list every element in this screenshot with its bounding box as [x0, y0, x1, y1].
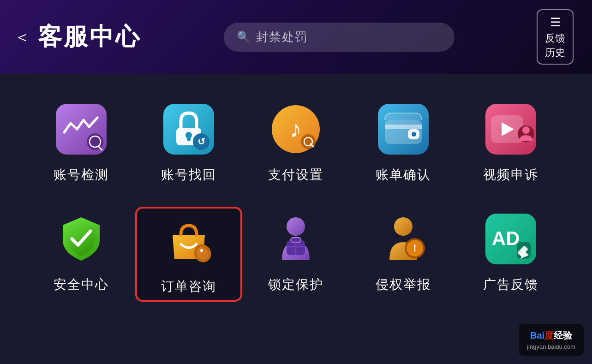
- svg-text:!: !: [413, 242, 416, 254]
- header: ＜ 客服中心 🔍 封禁处罚 ☰ 反馈 历史: [0, 0, 592, 74]
- page-title: 客服中心: [38, 21, 141, 53]
- grid-item-zhifushezhi[interactable]: ♪ 支付设置: [242, 97, 350, 188]
- search-bar[interactable]: 🔍 封禁处罚: [224, 23, 454, 52]
- main-content: 账号检测: [0, 74, 592, 364]
- icon-zhifushezhi: ♪: [268, 101, 323, 157]
- item-label-shipinshensu: 视频申诉: [483, 166, 538, 184]
- grid-item-guanggaofankui[interactable]: AD 广告反馈: [457, 207, 564, 302]
- icon-dingdanzixun: [161, 213, 216, 269]
- item-label-zhanghaojiance: 账号检测: [54, 166, 109, 184]
- search-icon: 🔍: [237, 30, 251, 43]
- svg-point-27: [200, 249, 203, 252]
- icon-suodingbaohu: [268, 211, 323, 267]
- icon-zhanghaozhaozhui: ↺: [161, 101, 216, 157]
- svg-point-33: [394, 217, 413, 236]
- icon-anquanzhongxin: [54, 211, 109, 267]
- svg-text:AD: AD: [491, 227, 520, 249]
- icon-guanggaofankui: AD: [483, 211, 538, 267]
- feedback-button[interactable]: ☰ 反馈 历史: [537, 9, 574, 65]
- item-label-guanggaofankui: 广告反馈: [483, 276, 538, 293]
- search-placeholder-text: 封禁处罚: [256, 29, 308, 45]
- feedback-label: 反馈: [545, 31, 565, 46]
- item-label-zhifushezhi: 支付设置: [268, 166, 323, 184]
- item-label-zhanghaozhaozhui: 账号找回: [161, 166, 216, 184]
- service-grid: 账号检测: [28, 97, 564, 302]
- svg-text:↺: ↺: [197, 137, 205, 147]
- grid-item-zhangdanqueren[interactable]: 账单确认: [350, 97, 457, 188]
- grid-item-zhanghaozhaozhui[interactable]: ↺ 账号找回: [135, 97, 243, 188]
- baidu-logo: Bai度经验: [527, 328, 575, 342]
- icon-shipinshensu: [483, 101, 538, 157]
- item-label-qinquanjubao: 侵权举报: [376, 276, 431, 293]
- feedback-label2: 历史: [545, 46, 565, 60]
- item-label-anquanzhongxin: 安全中心: [54, 276, 109, 293]
- grid-item-suodingbaohu[interactable]: 锁定保护: [242, 207, 350, 302]
- grid-item-anquanzhongxin[interactable]: 安全中心: [28, 207, 135, 302]
- svg-rect-17: [385, 125, 422, 129]
- baidu-url: jingyan.baidu.com: [527, 342, 575, 352]
- baidu-watermark: Bai度经验 jingyan.baidu.com: [519, 324, 584, 356]
- grid-item-shipinshensu[interactable]: 视频申诉: [457, 97, 564, 188]
- item-label-suodingbaohu: 锁定保护: [268, 276, 323, 293]
- grid-item-zhanghaojiance[interactable]: 账号检测: [28, 97, 135, 188]
- svg-point-19: [412, 132, 416, 137]
- item-label-zhangdanqueren: 账单确认: [376, 166, 431, 184]
- svg-rect-7: [187, 136, 191, 141]
- item-label-dingdanzixun: 订单咨询: [161, 278, 216, 295]
- header-left: ＜ 客服中心: [14, 21, 141, 53]
- grid-item-qinquanjubao[interactable]: ! 侵权举报: [350, 207, 457, 302]
- feedback-icon: ☰: [550, 14, 561, 30]
- icon-zhangdanqueren: [376, 101, 431, 157]
- svg-point-28: [287, 217, 305, 236]
- icon-zhanghaojiance: [54, 101, 109, 157]
- back-button[interactable]: ＜: [14, 26, 30, 48]
- icon-qinquanjubao: !: [376, 211, 431, 267]
- grid-item-dingdanzixun[interactable]: 订单咨询: [135, 207, 243, 302]
- svg-text:♪: ♪: [290, 116, 302, 142]
- svg-point-24: [522, 126, 530, 134]
